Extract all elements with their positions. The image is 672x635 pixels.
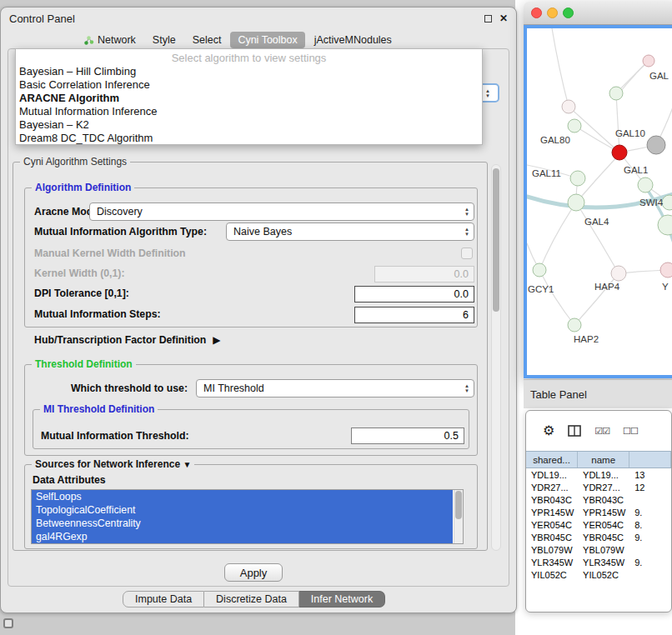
table-row[interactable]: YIL052CYIL052C xyxy=(526,568,671,581)
attribute-list-item[interactable]: gal4RGexp xyxy=(32,530,453,543)
tab-cyni-toolbox[interactable]: Cyni Toolbox xyxy=(230,32,304,48)
graph-node[interactable] xyxy=(638,178,653,192)
column-header[interactable]: shared... xyxy=(526,452,578,468)
graph-node[interactable] xyxy=(612,145,627,160)
mi-threshold-label: Mutual Information Threshold: xyxy=(41,430,189,442)
table-cell: YBR045C xyxy=(526,532,578,542)
table-cell: YDL19... xyxy=(526,470,578,480)
graph-node[interactable] xyxy=(570,171,585,186)
manual-kernel-checkbox[interactable] xyxy=(461,248,473,259)
graph-node[interactable] xyxy=(611,266,626,281)
close-traffic-light-icon[interactable] xyxy=(531,8,542,18)
network-icon xyxy=(83,35,94,46)
hub-section-header[interactable]: Hub/Transcription Factor Definition ▶ xyxy=(34,334,221,346)
kernel-width-input[interactable] xyxy=(374,266,474,282)
graph-node[interactable] xyxy=(568,318,581,332)
tab-select[interactable]: Select xyxy=(185,32,229,48)
tab-label: Select xyxy=(193,32,222,48)
mi-type-select[interactable]: Naive Bayes ▲▼ xyxy=(226,222,474,241)
table-row[interactable]: YBR045CYBR045C9. xyxy=(526,531,671,543)
table-body: YDL19...YDL19...13YDR27...YDR27...12YBR0… xyxy=(526,468,671,581)
deselect-all-icon[interactable]: ☐☐ xyxy=(623,426,638,437)
float-window-icon[interactable] xyxy=(484,15,492,22)
scrollbar-thumb[interactable] xyxy=(493,168,499,312)
mi-type-label: Mutual Information Algorithm Type: xyxy=(34,226,207,238)
minimize-traffic-light-icon[interactable] xyxy=(547,8,558,18)
sources-legend[interactable]: Sources for Network Inference ▼ xyxy=(32,458,194,470)
algorithm-option[interactable]: Bayesian – Hill Climbing xyxy=(16,65,482,78)
tab-network[interactable]: Network xyxy=(76,32,143,48)
graph-node[interactable] xyxy=(568,119,581,132)
node-label: GAL80 xyxy=(540,135,570,145)
tab-discretize-data[interactable]: Discretize Data xyxy=(204,591,299,608)
graph-node[interactable] xyxy=(533,263,546,277)
mi-threshold-input[interactable] xyxy=(351,428,464,444)
tab-style[interactable]: Style xyxy=(145,32,183,48)
panel-toggle-icon[interactable] xyxy=(3,618,13,628)
algorithm-option[interactable]: Bayesian – K2 xyxy=(16,118,482,132)
mi-steps-input[interactable] xyxy=(354,307,474,323)
table-cell: 9. xyxy=(629,558,671,568)
graph-node[interactable] xyxy=(647,136,665,154)
tab-label: Cyni Toolbox xyxy=(238,32,297,48)
table-cell: YPR145W xyxy=(578,508,629,518)
algorithm-option[interactable]: Dream8 DC_TDC Algorithm xyxy=(16,132,482,145)
graph-node[interactable] xyxy=(658,215,672,235)
graph-node[interactable] xyxy=(562,100,575,113)
chevron-right-icon: ▶ xyxy=(213,334,220,346)
scrollbar-thumb[interactable] xyxy=(455,491,462,519)
algorithm-option[interactable]: Mutual Information Inference xyxy=(16,105,482,118)
graph-node[interactable] xyxy=(609,87,623,100)
apply-button[interactable]: Apply xyxy=(224,563,283,582)
table-row[interactable]: YBR043CYBR043C xyxy=(526,493,671,506)
algorithm-option[interactable]: ARACNE Algorithm xyxy=(16,92,482,105)
attribute-list-item[interactable]: BetweennessCentrality xyxy=(32,517,453,530)
tab-impute-data[interactable]: Impute Data xyxy=(123,591,204,608)
table-row[interactable]: YDR27...YDR27...12 xyxy=(526,481,671,493)
tab-infer-network[interactable]: Infer Network xyxy=(299,591,385,608)
table-row[interactable]: YDL19...YDL19...13 xyxy=(526,468,671,481)
attribute-list-item[interactable]: SelfLoops xyxy=(32,490,453,503)
attribute-list-item[interactable]: TopologicalCoefficient xyxy=(32,503,453,517)
column-header[interactable]: name xyxy=(578,452,629,468)
which-threshold-value: MI Threshold xyxy=(203,382,264,394)
hub-section-label: Hub/Transcription Factor Definition xyxy=(34,334,206,346)
which-threshold-select[interactable]: MI Threshold ▲▼ xyxy=(196,379,474,398)
aracne-mode-select[interactable]: Discovery ▲▼ xyxy=(89,202,474,221)
dropdown-placeholder: Select algorithm to view settings xyxy=(16,51,482,65)
node-label: GAL4 xyxy=(584,217,609,227)
network-window-titlebar[interactable] xyxy=(524,2,672,25)
settings-scrollbar[interactable] xyxy=(491,164,501,551)
network-canvas[interactable]: GALGAL80GAL10GAL11GAL1SWI4GAL4GCY1HAP4YH… xyxy=(524,25,672,378)
tab-label: Style xyxy=(153,32,176,48)
node-label: SWI4 xyxy=(639,198,664,208)
dpi-tolerance-input[interactable] xyxy=(354,286,474,302)
table-cell: YIL052C xyxy=(578,570,629,580)
graph-node[interactable] xyxy=(660,262,672,278)
graph-edge xyxy=(616,93,619,152)
gear-icon[interactable]: ⚙ xyxy=(543,424,554,438)
graph-node[interactable] xyxy=(568,194,584,211)
tab-label: Network xyxy=(98,32,136,48)
control-panel-titlebar: Control Panel ✕ xyxy=(1,8,516,29)
cyni-settings-legend: Cyni Algorithm Settings xyxy=(20,156,130,168)
table-row[interactable]: YPR145WYPR145W9. xyxy=(526,506,671,518)
table-row[interactable]: YLR345WYLR345W9. xyxy=(526,556,671,568)
tab-jactivemnodules[interactable]: jActiveMNodules xyxy=(307,32,399,48)
dropdown-items: Bayesian – Hill ClimbingBasic Correlatio… xyxy=(16,65,482,145)
attribute-list-scrollbar[interactable] xyxy=(454,490,463,543)
attribute-list[interactable]: SelfLoopsTopologicalCoefficientBetweenne… xyxy=(31,489,464,544)
mi-steps-label: Mutual Information Steps: xyxy=(34,308,161,320)
table-row[interactable]: YER054CYER054C8. xyxy=(526,518,671,531)
columns-icon[interactable] xyxy=(568,425,581,437)
table-cell: YLR345W xyxy=(578,558,629,568)
algorithm-dropdown-popup: Select algorithm to view settings Bayesi… xyxy=(15,48,483,145)
graph-node[interactable] xyxy=(643,55,654,67)
algorithm-option[interactable]: Basic Correlation Inference xyxy=(16,78,482,92)
column-header[interactable] xyxy=(629,452,671,468)
select-all-icon[interactable]: ☑☑ xyxy=(594,426,609,437)
table-row[interactable]: YBL079WYBL079W xyxy=(526,543,671,556)
zoom-traffic-light-icon[interactable] xyxy=(563,8,574,18)
window-buttons: ✕ xyxy=(484,13,508,23)
close-icon[interactable]: ✕ xyxy=(499,13,508,23)
